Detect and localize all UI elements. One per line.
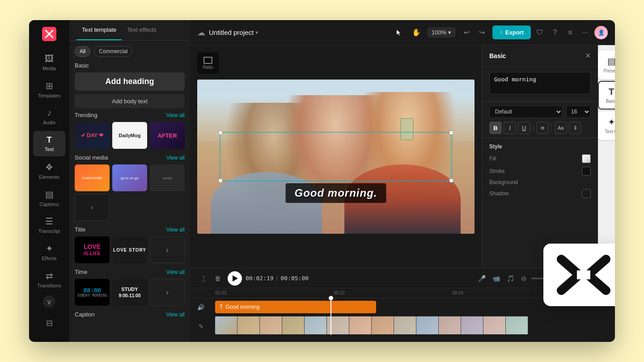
delete-clip-btn[interactable]: 🗑 — [212, 272, 224, 285]
zoom-chevron-icon: ▾ — [448, 29, 451, 36]
time-expand[interactable]: › — [150, 279, 185, 306]
filter-commercial[interactable]: Commercial — [94, 46, 132, 57]
underline-btn[interactable]: U — [518, 122, 530, 134]
text-content-field[interactable]: Good morning — [489, 72, 591, 94]
text-track[interactable]: T Good morning — [215, 301, 376, 313]
tab-text-template[interactable]: Text template — [76, 20, 122, 40]
edit-track-btn[interactable]: ✎ — [194, 317, 208, 336]
cursor-tool-btn[interactable]: ⌶ — [197, 272, 210, 285]
title-card-love-story[interactable]: LOVE STORY — [112, 236, 147, 263]
ratio-button[interactable]: Ratio — [197, 52, 219, 74]
social-card-1[interactable]: SUBSCRIBE — [75, 164, 110, 191]
align-btn[interactable]: ≡ — [536, 122, 549, 134]
sidebar-item-templates[interactable]: ⊞ Templates — [33, 76, 65, 102]
app-logo[interactable] — [42, 27, 56, 41]
title-section-header: Title View all — [75, 226, 185, 233]
tab-text-effects[interactable]: Text effects — [122, 20, 162, 40]
sidebar-item-effects[interactable]: ✦ Effects — [33, 240, 65, 265]
more-options-icon[interactable]: ··· — [579, 26, 592, 39]
sidebar-extra-btn[interactable]: ⊟ — [33, 310, 65, 337]
title-view-all[interactable]: View all — [166, 227, 185, 233]
mic-btn[interactable]: 🎤 — [475, 272, 488, 285]
video-thumb-12 — [461, 316, 483, 334]
time-view-all[interactable]: View all — [166, 269, 185, 275]
sidebar-item-captions[interactable]: ▤ Captions — [33, 185, 65, 210]
video-btn[interactable]: 📹 — [490, 272, 502, 285]
social-expand[interactable]: › — [75, 194, 110, 221]
mini-panel-presets[interactable]: ▤ Prese... — [598, 51, 615, 79]
style-section-title: Style — [489, 143, 591, 150]
zoom-out-btn[interactable]: ⊖ — [518, 273, 529, 284]
video-canvas: Good morning. — [197, 80, 475, 234]
background-label: Background — [489, 179, 518, 185]
time-card-1[interactable]: 08:00 SUNDAY MORNING — [75, 279, 110, 306]
trending-grid: ✔ DAY ❤ DailyMog AFTER — [75, 122, 185, 149]
social-view-all[interactable]: View all — [166, 155, 185, 161]
video-thumb-7 — [349, 316, 372, 334]
trending-card-dailymog[interactable]: DailyMog — [112, 122, 147, 149]
shield-icon[interactable]: 🛡 — [534, 26, 546, 39]
time-section-header: Time View all — [75, 269, 185, 275]
project-name[interactable]: Untitled project ▾ — [209, 29, 258, 36]
social-card-2[interactable]: go to on go — [112, 164, 147, 191]
video-text-overlay[interactable]: Good morning. — [286, 183, 386, 203]
font-size-select[interactable]: 16 — [566, 105, 591, 118]
filter-all[interactable]: All — [75, 46, 90, 57]
select-tool-btn[interactable] — [391, 25, 406, 40]
properties-close-btn[interactable]: ✕ — [585, 51, 591, 60]
sidebar-item-transcript[interactable]: ☰ Transcript — [33, 212, 65, 238]
social-card-3[interactable]: social — [150, 164, 185, 191]
properties-title: Basic — [489, 52, 506, 59]
format-separator — [533, 123, 534, 132]
sidebar-expand-btn[interactable]: ∨ — [43, 295, 55, 308]
volume-btn[interactable]: 🔊 — [194, 301, 208, 313]
format-row: Default 16 B I U ≡ Aa ⇕ — [482, 102, 598, 138]
play-button[interactable] — [228, 271, 242, 286]
mini-panel-basic[interactable]: T Basic — [598, 81, 615, 109]
video-track[interactable] — [215, 316, 528, 335]
trending-card-after[interactable]: AFTER — [150, 122, 185, 149]
title-expand[interactable]: › — [150, 236, 185, 263]
video-thumb-3 — [260, 316, 282, 334]
add-body-text-button[interactable]: Add body text — [75, 94, 185, 108]
menu-list-icon[interactable]: ≡ — [564, 26, 576, 39]
hand-tool-btn[interactable]: ✋ — [409, 25, 424, 40]
project-chevron-icon: ▾ — [255, 29, 258, 36]
fill-color-swatch[interactable] — [582, 154, 591, 163]
trending-card-vday[interactable]: ✔ DAY ❤ — [75, 122, 110, 149]
redo-btn[interactable]: ↪ — [475, 25, 489, 40]
font-select[interactable]: Default — [489, 105, 563, 118]
fill-label: Fill — [489, 156, 496, 162]
trending-view-all[interactable]: View all — [166, 112, 185, 118]
add-heading-button[interactable]: Add heading — [75, 72, 185, 91]
ruler-mark-02: 00:02 — [334, 290, 345, 295]
case-btn[interactable]: Aa — [555, 122, 567, 134]
transcript-label: Transcript — [38, 228, 60, 234]
stroke-color-swatch[interactable] — [582, 167, 591, 176]
italic-btn[interactable]: I — [504, 122, 516, 134]
undo-btn[interactable]: ↩ — [459, 25, 474, 40]
video-thumb-10 — [416, 316, 439, 334]
sidebar-item-transitions[interactable]: ⇄ Transitions — [33, 266, 65, 292]
sidebar-item-text[interactable]: T Text — [33, 131, 65, 156]
zoom-control[interactable]: 100% ▾ — [427, 27, 456, 38]
transitions-icon: ⇄ — [46, 270, 53, 281]
spacing-btn[interactable]: ⇕ — [569, 122, 581, 134]
video-thumb-2 — [237, 316, 260, 334]
help-icon[interactable]: ? — [549, 26, 561, 39]
caption-view-all[interactable]: View all — [166, 311, 185, 318]
user-avatar[interactable]: 👤 — [594, 26, 608, 39]
time-card-2[interactable]: STUDY 9:00-11:00 — [112, 279, 147, 306]
shadow-color-swatch[interactable] — [582, 189, 591, 198]
social-grid: SUBSCRIBE go to on go social › — [75, 164, 185, 221]
title-card-love[interactable]: LOVE IS-LIFE — [75, 236, 110, 263]
bold-btn[interactable]: B — [489, 122, 502, 134]
sidebar-item-media[interactable]: 🖼 Media — [33, 50, 65, 75]
sidebar-item-elements[interactable]: ❖ Elements — [33, 158, 65, 184]
basic-label: Basic — [606, 99, 615, 104]
export-button[interactable]: ↑ Export — [492, 25, 531, 39]
audio-track-btn[interactable]: 🎵 — [504, 272, 517, 285]
mini-panel-textto[interactable]: ✦ Text to — [598, 111, 615, 140]
canvas-wrapper: Ratio — [190, 45, 482, 268]
sidebar-item-audio[interactable]: ♪ Audio — [33, 104, 65, 129]
